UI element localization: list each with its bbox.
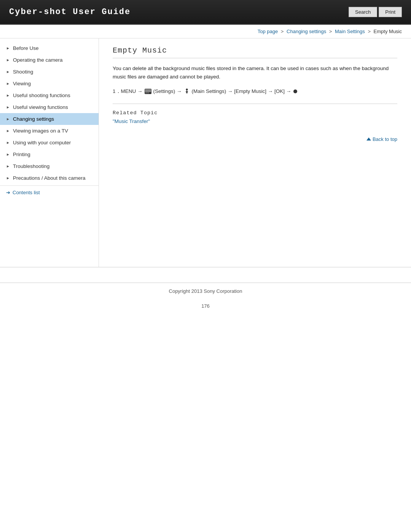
back-to-top-link[interactable]: Back to top bbox=[366, 136, 397, 142]
sidebar-item-troubleshooting[interactable]: ► Troubleshooting bbox=[0, 160, 99, 172]
page-layout: ► Before Use ► Operating the camera ► Sh… bbox=[0, 38, 411, 267]
contents-link-row: ➔ Contents list bbox=[0, 185, 99, 199]
sidebar-item-label: Before Use bbox=[13, 45, 39, 51]
sidebar-item-operating-camera[interactable]: ► Operating the camera bbox=[0, 54, 99, 66]
sidebar-item-precautions[interactable]: ► Precautions / About this camera bbox=[0, 172, 99, 184]
arrow-icon: ► bbox=[6, 105, 10, 109]
instruction-main: (Main Settings) → [Empty Music] → [OK] → bbox=[192, 87, 292, 96]
app-title: Cyber-shot User Guide bbox=[9, 7, 131, 17]
page-title: Empty Music bbox=[113, 46, 397, 58]
sidebar-item-label: Troubleshooting bbox=[13, 163, 49, 169]
contents-list-label: Contents list bbox=[13, 190, 40, 195]
sidebar-item-label: Shooting bbox=[13, 69, 33, 75]
breadcrumb-current: Empty Music bbox=[374, 29, 402, 34]
arrow-icon: ► bbox=[6, 93, 10, 97]
description-text: You can delete all the background music … bbox=[113, 64, 397, 81]
breadcrumb-sep-1: > bbox=[281, 29, 285, 34]
sidebar-item-label: Useful viewing functions bbox=[13, 104, 68, 110]
sidebar-item-label: Viewing images on a TV bbox=[13, 128, 68, 134]
arrow-icon: ► bbox=[6, 70, 10, 74]
sidebar-item-label: Using with your computer bbox=[13, 140, 71, 145]
sidebar-item-useful-viewing[interactable]: ► Useful viewing functions bbox=[0, 101, 99, 113]
sidebar-item-printing[interactable]: ► Printing bbox=[0, 149, 99, 160]
header: Cyber-shot User Guide Search Print bbox=[0, 0, 411, 25]
related-topic-section: Related Topic "Music Transfer" bbox=[113, 110, 397, 124]
search-button[interactable]: Search bbox=[349, 7, 377, 17]
breadcrumb-top[interactable]: Top page bbox=[258, 29, 278, 34]
related-topic-title: Related Topic bbox=[113, 110, 397, 116]
back-to-top-row: Back to top bbox=[113, 136, 397, 142]
breadcrumb-sep-2: > bbox=[329, 29, 333, 34]
svg-rect-1 bbox=[145, 89, 151, 92]
arrow-icon: ► bbox=[6, 141, 10, 145]
sidebar-item-label: Viewing bbox=[13, 81, 31, 86]
triangle-up-icon bbox=[366, 137, 371, 141]
arrow-icon: ► bbox=[6, 81, 10, 86]
sidebar-item-label: Precautions / About this camera bbox=[13, 175, 86, 181]
footer: Copyright 2013 Sony Corporation bbox=[0, 283, 411, 299]
sidebar-item-label: Operating the camera bbox=[13, 57, 63, 63]
instruction-settings: (Settings) → bbox=[153, 87, 182, 96]
contents-list-link[interactable]: ➔ Contents list bbox=[6, 190, 92, 195]
svg-rect-3 bbox=[147, 93, 149, 93]
header-buttons: Search Print bbox=[349, 7, 402, 17]
sidebar-item-label: Changing settings bbox=[13, 116, 54, 122]
back-to-top-label: Back to top bbox=[373, 136, 397, 142]
svg-rect-2 bbox=[145, 93, 147, 93]
breadcrumb-sep-3: > bbox=[368, 29, 372, 34]
instruction-line: 1．MENU → (Settings) → bbox=[113, 87, 397, 96]
sidebar-item-viewing-tv[interactable]: ► Viewing images on a TV bbox=[0, 125, 99, 137]
arrow-icon: ► bbox=[6, 117, 10, 121]
breadcrumb: Top page > Changing settings > Main Sett… bbox=[0, 25, 411, 38]
arrow-icon: ► bbox=[6, 129, 10, 133]
bullet-icon bbox=[293, 89, 297, 93]
sidebar-item-label: Printing bbox=[13, 152, 30, 157]
sidebar-item-changing-settings[interactable]: ► Changing settings bbox=[0, 113, 99, 125]
arrow-right-icon: ➔ bbox=[6, 190, 10, 195]
svg-point-4 bbox=[186, 89, 188, 91]
sidebar: ► Before Use ► Operating the camera ► Sh… bbox=[0, 38, 99, 267]
breadcrumb-main-settings[interactable]: Main Settings bbox=[335, 29, 365, 34]
sidebar-item-shooting[interactable]: ► Shooting bbox=[0, 66, 99, 78]
arrow-icon: ► bbox=[6, 152, 10, 157]
sidebar-item-using-computer[interactable]: ► Using with your computer bbox=[0, 137, 99, 149]
arrow-icon: ► bbox=[6, 46, 10, 50]
breadcrumb-changing-settings[interactable]: Changing settings bbox=[287, 29, 326, 34]
print-button[interactable]: Print bbox=[379, 7, 402, 17]
section-divider bbox=[113, 104, 397, 104]
settings-icon bbox=[144, 88, 152, 94]
sidebar-item-label: Useful shooting functions bbox=[13, 93, 70, 98]
copyright-text: Copyright 2013 Sony Corporation bbox=[169, 288, 242, 294]
instruction-prefix: 1．MENU → bbox=[113, 87, 143, 96]
sidebar-item-useful-shooting[interactable]: ► Useful shooting functions bbox=[0, 89, 99, 101]
arrow-icon: ► bbox=[6, 164, 10, 168]
main-settings-icon bbox=[183, 88, 190, 95]
sidebar-item-before-use[interactable]: ► Before Use bbox=[0, 42, 99, 54]
main-content: Empty Music You can delete all the backg… bbox=[99, 38, 411, 150]
arrow-icon: ► bbox=[6, 176, 10, 180]
sidebar-item-viewing[interactable]: ► Viewing bbox=[0, 78, 99, 89]
arrow-icon: ► bbox=[6, 58, 10, 62]
related-topic-link[interactable]: "Music Transfer" bbox=[113, 118, 150, 124]
page-number: 176 bbox=[0, 299, 411, 313]
